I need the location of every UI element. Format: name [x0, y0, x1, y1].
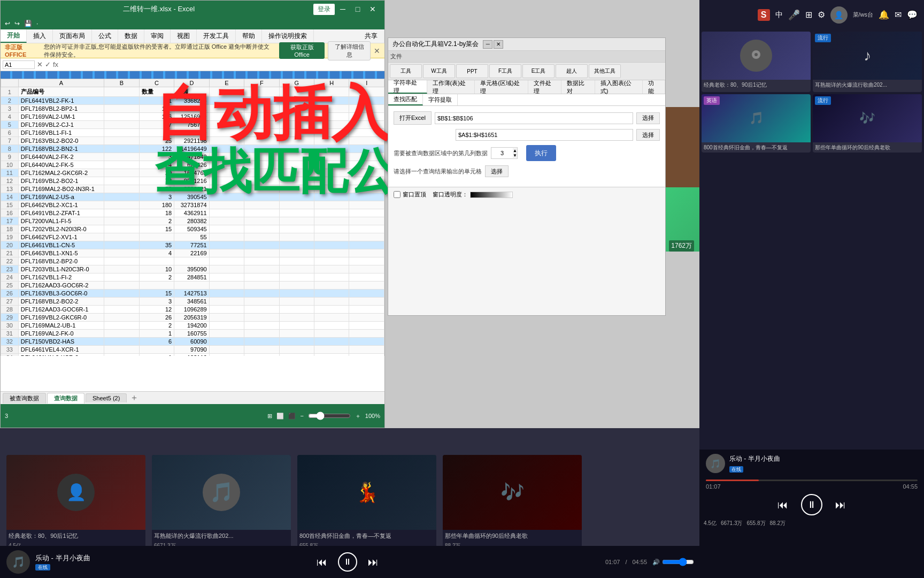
table-cell[interactable]: 73 [139, 177, 174, 185]
table-cell[interactable]: 7 [139, 121, 174, 129]
table-cell-empty[interactable] [209, 273, 244, 282]
table-cell[interactable]: DFL7163VBL2-BO2-0 [18, 137, 104, 145]
table-cell[interactable]: DFL6462VBL2-XC1-1 [18, 201, 104, 209]
table-cell-empty[interactable] [244, 249, 279, 257]
col-c-header[interactable]: C [139, 79, 174, 87]
table-cell[interactable] [104, 265, 139, 273]
table-cell-empty[interactable] [209, 322, 244, 330]
table-cell-empty[interactable] [314, 322, 349, 330]
col-b-header[interactable]: B [104, 79, 139, 87]
table-cell-empty[interactable] [209, 161, 244, 169]
formula-input[interactable] [60, 61, 382, 69]
execute-button[interactable]: 执行 [526, 145, 556, 161]
col-e-header[interactable]: E [209, 79, 244, 87]
table-cell[interactable]: 12516909 [174, 113, 209, 121]
zoom-in-icon[interactable]: ＋ [355, 412, 361, 420]
toolbar-btn-other[interactable]: 其他工具 [589, 64, 621, 78]
table-cell[interactable]: 8571216 [174, 177, 209, 185]
table-cell-empty[interactable] [209, 153, 244, 161]
table-cell[interactable] [104, 346, 139, 354]
sheet-tab-1[interactable]: 被查询数据 [3, 393, 46, 404]
table-cell[interactable]: 26 [139, 314, 174, 322]
table-cell-empty[interactable] [209, 346, 244, 354]
column-spinner[interactable]: 3 ▲ ▼ [491, 147, 518, 159]
table-cell[interactable]: 22169 [174, 249, 209, 257]
table-cell[interactable]: 6 [139, 338, 174, 346]
toolbar-btn-tools[interactable]: 工具 [390, 64, 422, 78]
table-cell-empty[interactable] [349, 169, 384, 177]
table-cell[interactable] [104, 306, 139, 314]
thumb-item-2[interactable]: 流行 ♪ 耳熟能详的火爆流行歌曲202... [813, 32, 922, 92]
table-cell-empty[interactable] [314, 290, 349, 298]
table-cell-empty[interactable] [349, 153, 384, 161]
table-cell-empty[interactable] [349, 129, 384, 137]
table-cell-empty[interactable] [209, 290, 244, 298]
window-top-input[interactable] [394, 191, 401, 198]
func-tab-file[interactable]: 文件处理 [528, 80, 561, 94]
table-cell-empty[interactable] [279, 233, 314, 241]
col-g-header[interactable]: G [279, 79, 314, 87]
table-cell-empty[interactable] [314, 161, 349, 169]
icon-grid[interactable]: ⊞ [805, 10, 812, 20]
table-cell[interactable] [104, 145, 139, 153]
table-cell-empty[interactable] [314, 217, 349, 225]
table-cell-empty[interactable] [209, 201, 244, 209]
table-cell-empty[interactable] [314, 338, 349, 346]
table-cell[interactable] [104, 201, 139, 209]
table-cell-empty[interactable] [314, 330, 349, 338]
table-cell[interactable] [104, 217, 139, 225]
thumb-item-3[interactable]: 英语 🎵 800首经典怀旧金曲，青春—不复返 [702, 94, 811, 153]
table-cell-empty[interactable] [244, 161, 279, 169]
col-i-header[interactable]: I [349, 79, 384, 87]
table-cell[interactable]: DFL7162AAD3-GOC6R-1 [18, 306, 104, 314]
table-cell[interactable]: 3368255 [174, 97, 209, 105]
minimize-button[interactable]: ─ [335, 4, 350, 14]
table-cell-empty[interactable] [279, 169, 314, 177]
table-cell[interactable]: 22678551 [174, 105, 209, 113]
table-cell-empty[interactable] [244, 105, 279, 113]
table-cell-empty[interactable] [244, 217, 279, 225]
table-cell-empty[interactable] [349, 314, 384, 322]
subfunc-tab-match[interactable]: 查找匹配 [388, 94, 423, 105]
table-cell[interactable] [104, 137, 139, 145]
table-cell-empty[interactable] [244, 241, 279, 249]
table-cell-empty[interactable] [279, 249, 314, 257]
table-cell[interactable]: 191 [139, 105, 174, 113]
table-cell[interactable]: 1096289 [174, 306, 209, 314]
tool-menu-file[interactable]: 文件 [390, 52, 402, 60]
play-pause-button[interactable]: ⏸ [801, 494, 822, 515]
table-cell[interactable] [104, 233, 139, 241]
table-cell[interactable] [104, 113, 139, 121]
table-cell-empty[interactable] [349, 322, 384, 330]
tab-formula[interactable]: 公式 [92, 29, 118, 43]
table-cell-empty[interactable] [314, 153, 349, 161]
table-cell[interactable]: 390545 [174, 193, 209, 201]
table-cell-empty[interactable] [244, 330, 279, 338]
table-cell-empty[interactable] [279, 129, 314, 137]
table-cell-empty[interactable] [349, 185, 384, 193]
func-tab-workbook[interactable]: 工作薄(表)处理 [427, 80, 475, 94]
table-cell-empty[interactable] [209, 282, 244, 290]
detail-button[interactable]: 了解详细信息 [328, 41, 371, 60]
table-cell[interactable] [104, 121, 139, 129]
table-cell-empty[interactable] [349, 161, 384, 169]
table-cell[interactable]: DFL7168VBL2-BN2-1 [18, 145, 104, 153]
table-cell-empty[interactable] [209, 314, 244, 322]
table-cell-empty[interactable] [279, 193, 314, 201]
table-cell[interactable] [104, 193, 139, 201]
table-cell-empty[interactable] [244, 265, 279, 273]
table-cell-empty[interactable] [314, 314, 349, 322]
table-cell[interactable] [139, 346, 174, 354]
table-cell-empty[interactable] [244, 185, 279, 193]
tab-search[interactable]: 操作说明搜索 [262, 29, 314, 43]
normal-view-icon[interactable]: ⊞ [267, 413, 272, 420]
func-tab-compare[interactable]: 数据比对 [561, 80, 595, 94]
toolbar-btn-superhuman[interactable]: 超人 [556, 64, 588, 78]
table-cell-empty[interactable] [279, 265, 314, 273]
table-cell-empty[interactable] [244, 322, 279, 330]
col-a-header[interactable]: A [18, 79, 104, 87]
login-button[interactable]: 登录 [313, 3, 335, 16]
col-f-header[interactable]: F [244, 79, 279, 87]
table-cell[interactable] [104, 209, 139, 217]
table-cell[interactable]: 10 [139, 265, 174, 273]
